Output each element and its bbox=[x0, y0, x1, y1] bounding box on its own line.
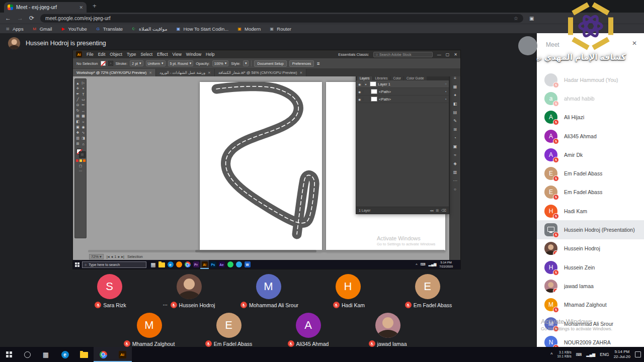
taskbar-app-button[interactable]: Ae bbox=[217, 260, 226, 269]
tool-icon[interactable]: ⌖ bbox=[81, 86, 86, 91]
participant-row[interactable]: A Ali Hijazi bbox=[537, 108, 644, 127]
taskbar-app-button[interactable] bbox=[175, 260, 183, 269]
bookmark-item[interactable]: M Gmail bbox=[32, 26, 52, 32]
participant-tile[interactable]: M Mohammad Ali Srour bbox=[256, 274, 281, 308]
tool-icon[interactable]: ▦ bbox=[81, 114, 86, 119]
tray-chevron-icon[interactable]: ^ bbox=[416, 263, 417, 266]
road-path-artwork[interactable] bbox=[200, 82, 322, 251]
path-name[interactable]: <Path> bbox=[379, 89, 443, 94]
artboard-navigation[interactable]: |◂◂ 1 ▸▸| bbox=[107, 254, 124, 259]
tool-icon[interactable]: ⊙ bbox=[75, 103, 80, 108]
taskbar-app-button[interactable]: e bbox=[166, 260, 175, 269]
menu-item[interactable]: Effect bbox=[157, 52, 168, 57]
style-field[interactable]: ▾ bbox=[243, 60, 249, 66]
tool-icon[interactable]: ▤ bbox=[75, 114, 80, 119]
participant-row[interactable]: N NOUR2009 ZAHRA bbox=[537, 333, 644, 347]
tool-icon[interactable]: ∿ bbox=[81, 130, 86, 135]
taskbar-app-button[interactable]: ▦ bbox=[36, 347, 55, 362]
new-layer-icon[interactable]: ⊞ bbox=[436, 209, 439, 213]
taskbar-app-button[interactable] bbox=[157, 260, 166, 269]
menu-item[interactable]: View bbox=[173, 52, 182, 57]
tool-icon[interactable]: ✏ bbox=[81, 103, 86, 108]
taskbar-app-button[interactable]: W bbox=[243, 260, 252, 269]
participant-tile[interactable]: ⋯ Hussein Hodroj bbox=[177, 274, 202, 308]
participant-row[interactable]: Hadar Hammoud (You) bbox=[537, 70, 644, 89]
stroke-swatch[interactable] bbox=[108, 61, 113, 66]
fold-icon[interactable]: ◂◂ bbox=[430, 209, 433, 213]
preferences-button[interactable]: Preferences bbox=[289, 60, 314, 67]
tool-icon[interactable]: ↔ bbox=[81, 108, 86, 113]
participant-tile[interactable]: M Mhamad Zalghout bbox=[137, 313, 162, 347]
tool-icon[interactable]: ▥ bbox=[75, 136, 80, 141]
network-signal-icon[interactable]: ▂▄▆ bbox=[586, 352, 595, 357]
taskbar-clock[interactable]: 5:14 PM 22-Jul-20 bbox=[614, 349, 630, 360]
visibility-eye-icon[interactable]: ◉ bbox=[356, 90, 363, 94]
panel-tab[interactable]: Color bbox=[390, 76, 404, 80]
participant-row[interactable]: A Ali345 Ahmad bbox=[537, 127, 644, 145]
participant-row[interactable]: M Mhamad Zalghout bbox=[537, 296, 644, 314]
menu-item[interactable]: Type bbox=[127, 52, 136, 57]
tab-close-icon[interactable]: ✕ bbox=[208, 71, 211, 75]
participant-tile[interactable]: E Em Fadel Abass bbox=[415, 274, 440, 308]
menu-item[interactable]: Window bbox=[186, 52, 201, 57]
fill-stroke-swatches[interactable] bbox=[76, 149, 85, 157]
tile-menu-icon[interactable]: ⋯ bbox=[163, 302, 169, 308]
tool-icon[interactable]: ⊞ bbox=[75, 141, 80, 146]
participant-row[interactable]: H Hadi Kam bbox=[537, 202, 644, 220]
participant-row[interactable]: H Hussein Zein bbox=[537, 258, 644, 277]
selection-square-icon[interactable]: ▪ bbox=[443, 98, 449, 101]
panel-icon[interactable]: ⊞ bbox=[453, 127, 457, 132]
bookmark-item[interactable]: ▣ How To Start Codin... bbox=[176, 26, 229, 32]
maximize-icon[interactable]: ▢ bbox=[446, 52, 450, 57]
bookmark-star-icon[interactable]: ☆ bbox=[514, 16, 518, 21]
back-icon[interactable]: ← bbox=[5, 15, 11, 22]
shared-clock[interactable]: 5:14 PM 7/22/2020 bbox=[439, 260, 453, 268]
tool-icon[interactable]: ⌂ bbox=[81, 141, 86, 146]
close-icon[interactable]: ✕ bbox=[454, 52, 457, 57]
participant-row[interactable]: a ahmad habib bbox=[537, 89, 644, 108]
document-setup-button[interactable]: Document Setup bbox=[254, 60, 286, 67]
taskbar-app-button[interactable]: Ps bbox=[209, 260, 217, 269]
tab-close-icon[interactable]: ✕ bbox=[149, 71, 152, 75]
participant-tile[interactable]: S Sara Rizk bbox=[97, 274, 122, 308]
document-tab[interactable]: شعار الكشافة.ai* @ 58% (CMYK/GPU Preview… bbox=[215, 69, 306, 76]
horizontal-scrollbar[interactable] bbox=[88, 250, 445, 252]
taskbar-app-button[interactable]: Pr bbox=[192, 260, 200, 269]
selection-square-icon[interactable]: ▪ bbox=[443, 90, 449, 93]
bookmark-item[interactable]: ⊞ Apps bbox=[5, 26, 24, 32]
tool-icon[interactable]: ▭ bbox=[81, 97, 86, 102]
panel-icon[interactable]: ✦ bbox=[453, 93, 457, 98]
participant-tile[interactable]: jawad lamaa bbox=[375, 313, 400, 347]
shared-screen[interactable]: Ai FileEditObjectTypeSelectEffectViewWin… bbox=[73, 50, 460, 269]
new-tab-button[interactable]: + bbox=[93, 2, 97, 10]
tool-icon[interactable]: ◧ bbox=[75, 119, 80, 124]
sublayer-row[interactable]: ◉ <Path> ▪ bbox=[356, 96, 449, 103]
tool-icon[interactable]: ↻ bbox=[75, 108, 80, 113]
camera-permission-icon[interactable]: ▣ bbox=[529, 16, 534, 21]
bookmark-item[interactable]: ▣ Modern bbox=[237, 26, 261, 32]
keyboard-icon[interactable]: ⌨ bbox=[576, 352, 582, 357]
tool-icon[interactable]: ▣ bbox=[75, 125, 80, 130]
participant-row[interactable]: Hussein Hodroj (Presentation) bbox=[537, 220, 644, 239]
zoom-level[interactable]: 72%▾ bbox=[89, 254, 104, 259]
width-profile-field[interactable]: Uniform▾ bbox=[146, 60, 166, 66]
participant-row[interactable]: E Em Fadel Abass bbox=[537, 164, 644, 183]
expand-caret-icon[interactable]: ▾ bbox=[363, 82, 368, 86]
menu-item[interactable]: Help bbox=[206, 52, 214, 57]
tab-close-icon[interactable]: ✕ bbox=[299, 71, 302, 75]
tool-icon[interactable]: ✒ bbox=[75, 92, 80, 97]
panel-icon[interactable]: ◔ bbox=[454, 136, 456, 140]
panel-icon[interactable]: ◧ bbox=[453, 102, 457, 106]
sublayer-row[interactable]: ◉ <Path> ▪ bbox=[356, 88, 449, 96]
tool-icon[interactable]: ◨ bbox=[81, 136, 86, 141]
participant-row[interactable]: Hussein Hodroj bbox=[537, 239, 644, 258]
start-button[interactable] bbox=[0, 347, 18, 362]
brush-field[interactable]: 5 pt. Round▾ bbox=[168, 60, 194, 66]
tool-icon[interactable]: ◉ bbox=[81, 125, 86, 130]
minimize-icon[interactable]: — bbox=[437, 52, 441, 57]
tab-close-icon[interactable]: ✕ bbox=[79, 5, 83, 10]
browser-tab[interactable]: Meet - exj-jqeg-urf ✕ bbox=[4, 2, 87, 13]
panel-icon[interactable]: ◈ bbox=[453, 161, 456, 166]
stroke-color-swatch[interactable] bbox=[79, 152, 85, 157]
panel-icon[interactable]: ≡ bbox=[454, 76, 456, 80]
